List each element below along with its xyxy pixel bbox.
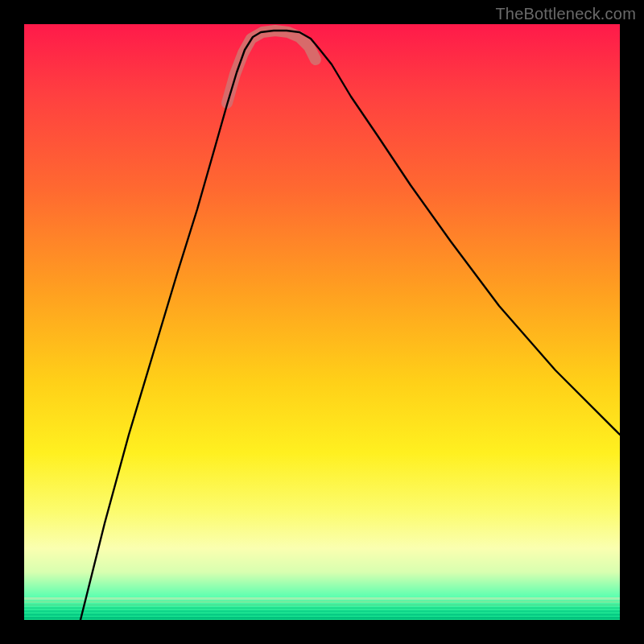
chart-frame: TheBottleneck.com bbox=[0, 0, 644, 644]
watermark-text: TheBottleneck.com bbox=[495, 5, 636, 23]
valley-highlight-path bbox=[227, 31, 316, 103]
chart-svg bbox=[24, 24, 620, 620]
bottleneck-curve-path bbox=[80, 31, 620, 620]
